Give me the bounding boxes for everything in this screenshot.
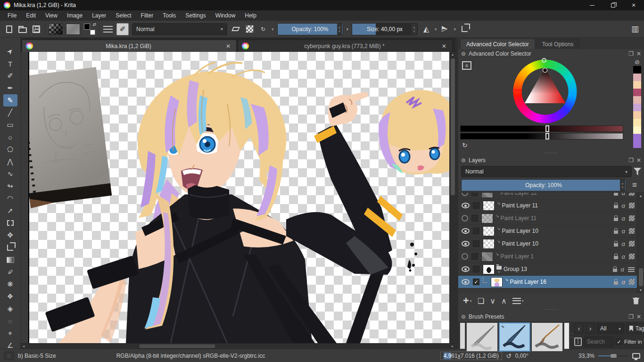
- splitter-handle[interactable]: ······: [458, 308, 644, 312]
- presets-splitter[interactable]: ⋮⋮: [570, 322, 573, 348]
- chevron-down-icon[interactable]: ▾: [272, 27, 274, 32]
- fullscreen-monitor-icon[interactable]: [632, 353, 640, 359]
- vertical-scroll-thumb[interactable]: [451, 58, 455, 195]
- layer-properties-button[interactable]: ▾: [512, 298, 524, 304]
- alpha-lock-icon[interactable]: α: [622, 228, 625, 235]
- tool-gradient[interactable]: [3, 254, 17, 266]
- alpha-lock-icon[interactable]: α: [622, 240, 625, 247]
- tool-freehand-brush[interactable]: ✎: [3, 94, 17, 107]
- open-document-button[interactable]: [17, 23, 28, 36]
- brush-preset-partial[interactable]: [460, 322, 465, 352]
- mirror-vertical-button[interactable]: ◭: [440, 23, 451, 36]
- tool-enclose-fill[interactable]: ◌: [3, 315, 17, 327]
- saturation-value-triangle[interactable]: [520, 67, 570, 116]
- visibility-off-icon[interactable]: [462, 215, 468, 222]
- layer-opacity-slider[interactable]: Opacity: 100% ▲ ▼: [461, 179, 626, 191]
- menu-settings[interactable]: Settings: [181, 10, 210, 21]
- inherit-alpha-icon[interactable]: [629, 279, 635, 285]
- layer-select-box[interactable]: [473, 266, 479, 272]
- minimize-button[interactable]: [582, 0, 603, 10]
- chevron-down-icon[interactable]: ▾: [435, 27, 437, 32]
- tool-assistants[interactable]: ⌖: [3, 327, 17, 339]
- close-docker-icon[interactable]: ✕: [636, 313, 641, 320]
- layer-opacity-spinner[interactable]: ▲ ▼: [620, 180, 625, 191]
- menu-image[interactable]: Image: [62, 10, 87, 21]
- tool-polygon[interactable]: ⬠: [3, 143, 17, 156]
- tool-freehand-path[interactable]: ↬: [3, 180, 17, 192]
- tool-bezier-curve[interactable]: ∿: [3, 168, 17, 180]
- lock-docker-icon[interactable]: ⊚: [461, 50, 466, 57]
- close-button[interactable]: ✕: [623, 0, 644, 10]
- delete-layer-button[interactable]: [633, 297, 639, 304]
- layer-select-box[interactable]: [473, 228, 479, 234]
- tool-dynamic-brush[interactable]: ◠: [3, 192, 17, 205]
- tab-tool-options[interactable]: Tool Options: [536, 39, 580, 49]
- save-button[interactable]: [31, 23, 41, 36]
- canvas-vertical-scrollbar[interactable]: ▴: [449, 52, 455, 343]
- menu-help[interactable]: Help: [240, 10, 261, 21]
- restore-button[interactable]: [603, 0, 623, 10]
- lock-docker-icon[interactable]: ⊚: [461, 313, 466, 320]
- history-swatch[interactable]: [633, 134, 641, 148]
- new-document-button[interactable]: [4, 23, 14, 36]
- tool-ellipse[interactable]: ○: [3, 131, 17, 143]
- tool-transform[interactable]: [3, 217, 17, 229]
- lock-layer-icon[interactable]: [614, 243, 618, 247]
- tool-rectangle[interactable]: ▭: [3, 119, 17, 131]
- history-swatch[interactable]: [633, 74, 641, 81]
- tool-text[interactable]: T: [3, 58, 17, 70]
- size-spinner[interactable]: ▲ ▼: [412, 24, 417, 35]
- tool-calligraphy[interactable]: ✒: [3, 82, 17, 94]
- tool-fill[interactable]: ◈: [3, 303, 17, 315]
- menu-tools[interactable]: Tools: [158, 10, 181, 21]
- blending-mode-dropdown[interactable]: Normal ▾: [132, 23, 227, 35]
- lock-layer-icon[interactable]: [613, 269, 617, 272]
- menu-view[interactable]: View: [41, 10, 62, 21]
- canvas-horizontal-scrollbar[interactable]: ◂ ▸: [21, 343, 455, 349]
- duplicate-layer-button[interactable]: ❏: [478, 296, 484, 305]
- tab-cyberpunk-guy[interactable]: cyberpunk guy.kra (773,2 MiB) * ✕: [238, 40, 453, 52]
- scroll-up-icon[interactable]: ▴: [452, 52, 454, 58]
- tool-polyline[interactable]: ⋀: [3, 156, 17, 168]
- canvas-artwork[interactable]: [29, 52, 449, 343]
- canvas[interactable]: [28, 52, 449, 343]
- brush-settings-button[interactable]: [103, 23, 113, 36]
- zoom-slider[interactable]: [598, 353, 628, 359]
- layer-row[interactable]: ↘ Paint Layer 10 α: [458, 225, 644, 238]
- lock-layer-icon[interactable]: [614, 281, 618, 285]
- preset-search-input[interactable]: [584, 337, 614, 347]
- layer-options-menu-icon[interactable]: ≡: [628, 181, 641, 190]
- float-docker-icon[interactable]: ❐: [628, 157, 634, 164]
- foreground-background-colors[interactable]: ⇄: [83, 23, 96, 35]
- history-swatch[interactable]: [633, 66, 641, 74]
- brush-editor-button[interactable]: ✐: [116, 23, 129, 35]
- tool-color-sampler[interactable]: ✑: [3, 266, 17, 278]
- move-layer-up-button[interactable]: ∧: [501, 296, 507, 305]
- layer-filter-icon[interactable]: [634, 168, 641, 175]
- next-preset-button[interactable]: ›: [586, 323, 595, 334]
- chevron-down-icon[interactable]: ▾: [347, 27, 349, 32]
- lock-layer-icon[interactable]: [614, 205, 618, 208]
- brush-size-slider[interactable]: Size: 40,00 px ▲ ▼: [352, 23, 418, 35]
- inherit-alpha-icon[interactable]: [629, 203, 635, 208]
- layer-blending-mode-dropdown[interactable]: Normal ▾: [461, 166, 632, 177]
- close-tab-icon[interactable]: ✕: [440, 43, 448, 49]
- inherit-alpha-icon[interactable]: [629, 215, 635, 221]
- eraser-mode-button[interactable]: [231, 23, 241, 36]
- visibility-on-icon[interactable]: [462, 266, 470, 272]
- scroll-right-icon[interactable]: ▸: [450, 344, 455, 348]
- tag-filter-dropdown[interactable]: All ▾: [597, 323, 624, 334]
- alpha-lock-icon[interactable]: α: [621, 266, 624, 273]
- inherit-alpha-icon[interactable]: [629, 254, 635, 259]
- layer-row[interactable]: ↘ Paint Layer 11 α: [458, 199, 644, 212]
- visibility-on-icon[interactable]: [462, 228, 470, 234]
- resource-bundle-icon[interactable]: [574, 337, 582, 346]
- tool-colorize-mask[interactable]: ❖: [3, 290, 17, 303]
- visibility-on-icon[interactable]: [462, 203, 470, 208]
- lock-layer-icon[interactable]: [614, 256, 618, 259]
- group-style-icon[interactable]: [628, 267, 635, 272]
- history-swatch[interactable]: [633, 111, 641, 119]
- alpha-lock-icon[interactable]: α: [622, 253, 625, 260]
- tool-line[interactable]: ╱: [3, 107, 17, 119]
- brush-preset-paint[interactable]: [531, 322, 563, 352]
